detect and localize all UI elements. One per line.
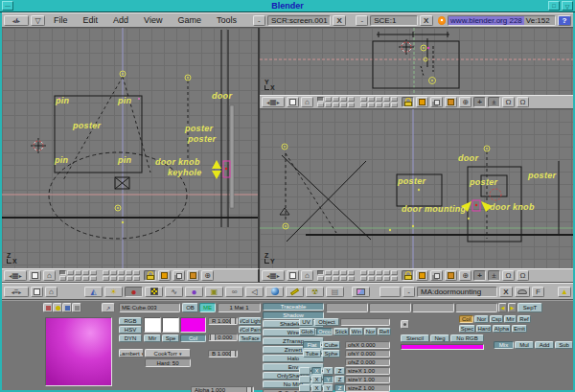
layer-buttons[interactable] [317,270,355,281]
z-axis-toggle[interactable]: Z [334,376,345,383]
full-window-button[interactable] [29,270,41,281]
texture-dot-button[interactable] [401,320,409,329]
draw-type-button[interactable] [430,270,443,281]
mapto-col-toggle[interactable]: Col [459,315,473,323]
lamp-buttons-button[interactable]: ☀ [104,287,123,297]
animation-buttons-button[interactable]: ∿ [165,287,183,297]
stick-toggle[interactable]: Stick [334,328,349,335]
radiosity-buttons-button[interactable]: ☢ [306,287,324,297]
maximize-button[interactable]: □ [548,1,560,11]
display-buttons-button[interactable] [352,287,370,297]
menu-view[interactable]: View [137,15,169,25]
texture-color-bar[interactable] [401,344,484,350]
x-axis-toggle[interactable]: X [311,376,322,383]
global-view-button[interactable]: ⊕ [459,270,472,281]
global-view-button[interactable]: ⊕ [201,270,214,281]
b-slider[interactable]: B 1.000 [208,350,238,357]
norgb-toggle[interactable]: No RGB [450,334,484,342]
sub-toggle[interactable]: Sub [555,341,573,349]
fake-user-button[interactable]: F [532,287,544,297]
script-buttons-button[interactable]: ▤ [326,287,344,297]
delete-scene-button[interactable]: X [420,15,433,26]
screen-name-field[interactable]: SCR:screen.001 [267,15,331,26]
auto-name-button[interactable] [515,287,530,297]
me-toggle[interactable]: ME [199,303,216,312]
world-buttons-button[interactable] [265,287,284,297]
editor-type-button[interactable]: ◂▦▸ [262,270,285,281]
layer-buttons[interactable] [317,97,355,107]
dyn-mode-toggle[interactable]: DYN [119,334,142,342]
lock-button[interactable] [402,270,414,281]
layer-buttons[interactable] [360,270,398,281]
mapto-alpha-toggle[interactable]: Alpha [493,325,511,333]
preview-sphere-button[interactable] [53,303,62,312]
vcol-paint-toggle[interactable]: VCol Paint [239,326,262,334]
traceable-toggle[interactable]: Traceable [263,303,324,311]
global-view-button[interactable]: ⊕ [459,97,472,107]
sphe-toggle[interactable]: Sphe [322,350,340,357]
specular-shader-menu[interactable]: CookTorr▾ [145,349,191,357]
link-button[interactable]: ↗ [102,303,115,312]
x-axis-toggle[interactable]: X [311,384,322,392]
g-slider[interactable]: G 0.000 [208,334,238,341]
axis-blank-toggle[interactable] [299,367,310,375]
full-window-button[interactable] [287,97,299,107]
ofsx-field[interactable]: ofsX 0.000 [345,341,390,349]
window-menu-button[interactable]: — [2,1,13,11]
orco-toggle[interactable]: Orco [316,328,333,335]
constraint-buttons-button[interactable]: ∞ [225,287,243,297]
flat-toggle[interactable]: Flat [303,341,321,349]
rgb-mode-toggle[interactable]: RGB [119,317,142,325]
channel-prev-button[interactable]: ◀ [498,303,507,312]
tube-toggle[interactable]: Tube [303,350,321,357]
mesh-name-field[interactable]: ME:Cube.003 [119,303,180,312]
full-window-button[interactable] [287,270,299,281]
add-toggle[interactable]: Add [535,341,554,349]
x-axis-toggle[interactable]: X [311,367,322,375]
mapto-emit-toggle[interactable]: Emit [512,325,527,333]
header-collapse-icon[interactable]: ▽ [31,15,45,26]
cube-toggle[interactable]: Cube [322,341,340,349]
channel-next-button[interactable]: ▶ [508,303,517,312]
window-type-button[interactable]: ◂i▸ [4,15,29,26]
delete-material-button[interactable]: X [499,287,513,297]
specular-color-swatch[interactable] [162,317,179,333]
mirror-color-swatch[interactable] [144,317,161,333]
mode-button[interactable] [416,270,428,281]
preview-plane-button[interactable] [43,303,53,312]
alpha-slider[interactable]: Alpha 1.000 [191,386,254,392]
mir-toggle[interactable]: Mir [144,334,161,342]
mapto-mir-toggle[interactable]: Mir [504,315,517,323]
sizex-field[interactable]: sizeX 1.00 [345,367,390,375]
neg-toggle[interactable]: Neg [430,334,449,342]
menu-tools[interactable]: Tools [210,15,243,25]
rotate-alt-button[interactable]: Ω [517,97,529,107]
mapto-csp-toggle[interactable]: Csp [490,315,503,323]
hardness-field[interactable]: Hard: 50 [145,358,191,367]
lock-button[interactable] [402,97,414,107]
shade-button[interactable]: ▽ [562,1,573,11]
ofsz-field[interactable]: ofsZ 0.000 [345,358,390,366]
mode-button[interactable] [158,270,171,281]
sizey-field[interactable]: sizeY 1.00 [345,376,390,383]
texture-channel-slot[interactable] [412,303,454,312]
scale-button[interactable]: ± [488,270,500,281]
mode-button[interactable] [416,97,428,107]
sound-buttons-button[interactable]: ◁ [245,287,264,297]
full-window-button[interactable] [31,287,43,297]
material-index-field[interactable]: 1 Mat 1 [218,303,261,312]
menu-edit[interactable]: Edit [77,15,105,25]
texture-buttons-button[interactable] [145,287,163,297]
translate-button[interactable]: + [473,270,486,281]
ob-toggle[interactable]: OB [182,303,198,312]
texface-toggle[interactable]: TexFace [239,334,262,342]
editor-type-button[interactable]: ◂≡▸ [4,287,29,297]
blank-button[interactable] [380,287,401,297]
mix-toggle[interactable]: Mix [494,341,514,349]
translate-button[interactable]: + [473,97,486,107]
diffuse-shader-menu[interactable]: Lambert▾ [119,349,144,357]
front-viewport[interactable]: pin pin poster door poster poster pin pi… [2,28,260,268]
paint-buttons-button[interactable] [286,287,304,297]
material-name-field[interactable]: MA:doormounting [417,287,497,297]
draw-type-button[interactable] [430,97,443,107]
